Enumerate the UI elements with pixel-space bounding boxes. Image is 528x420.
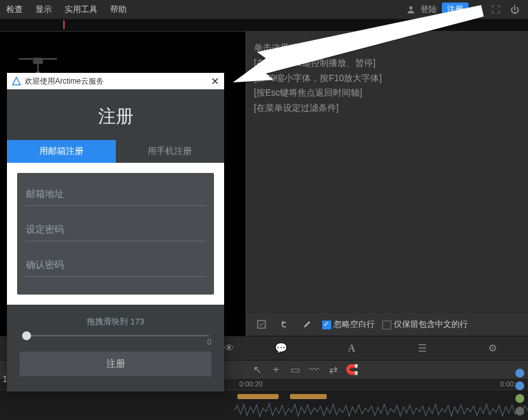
- confirm-password-field[interactable]: [25, 253, 206, 277]
- track-color-dots: [515, 369, 524, 416]
- subtitle-clip[interactable]: [290, 394, 327, 399]
- ignore-blank-checkbox[interactable]: 忽略空白行: [322, 319, 375, 330]
- tab-phone-register[interactable]: 用手机注册: [116, 140, 225, 163]
- maximize-icon[interactable]: ⛶: [489, 4, 503, 15]
- dialog-titlebar[interactable]: 欢迎使用Arctime云服务 ✕: [7, 73, 224, 89]
- add-tool-icon[interactable]: ＋: [268, 363, 284, 377]
- dialog-close-icon[interactable]: ✕: [211, 75, 219, 87]
- swap-tool-icon[interactable]: ⇄: [325, 363, 341, 377]
- dialog-header: 注册: [7, 89, 224, 140]
- svg-rect-6: [258, 321, 265, 328]
- submit-register-button[interactable]: 注册: [20, 352, 211, 376]
- minimize-icon[interactable]: −: [474, 4, 484, 15]
- track-dot[interactable]: [515, 394, 524, 403]
- visibility-icon[interactable]: 👁: [224, 343, 234, 354]
- track-dot[interactable]: [515, 407, 524, 416]
- time-marker: 0:00:20: [239, 380, 263, 388]
- chinese-only-checkbox[interactable]: 仅保留包含中文的行: [382, 319, 468, 330]
- undo-icon[interactable]: [277, 317, 292, 332]
- dialog-title-text: 欢迎使用Arctime云服务: [25, 76, 104, 87]
- edit-icon[interactable]: [299, 317, 315, 332]
- subtitle-clip[interactable]: [237, 394, 279, 399]
- cursor-tool-icon[interactable]: ↖: [249, 363, 265, 377]
- register-button[interactable]: 注册: [442, 3, 468, 16]
- captcha-slider[interactable]: 0: [22, 335, 209, 336]
- track-dot[interactable]: [515, 381, 524, 390]
- subtitle-editor[interactable]: 单击这里编辑字幕稿 [在这里按F1键控制播放、暂停] [按F9缩小字体，按F10…: [246, 32, 528, 313]
- chat-tab-icon[interactable]: 💬: [246, 342, 317, 354]
- menu-tools[interactable]: 实用工具: [65, 4, 97, 15]
- slider-label: 拖拽滑块到 173: [20, 316, 211, 328]
- register-dialog: 欢迎使用Arctime云服务 ✕ 注册 用邮箱注册 用手机注册 拖拽滑块到 17…: [7, 73, 224, 391]
- menu-help[interactable]: 帮助: [110, 4, 127, 15]
- editor-line: [按F9缩小字体，按F10放大字体]: [254, 71, 520, 86]
- login-link[interactable]: 登陆: [420, 4, 437, 15]
- ruler-marker: [63, 20, 65, 29]
- svg-point-0: [409, 6, 412, 10]
- arctime-logo-icon: [12, 77, 21, 86]
- audio-waveform: [234, 402, 528, 419]
- tab-email-register[interactable]: 用邮箱注册: [7, 140, 116, 163]
- email-field[interactable]: [25, 182, 206, 206]
- editor-line: 单击这里编辑字幕稿: [254, 41, 520, 56]
- time-marker: 0:00:: [500, 380, 515, 388]
- settings-tab-icon[interactable]: ⚙: [458, 342, 529, 354]
- close-window-icon[interactable]: ⏻: [508, 4, 522, 15]
- user-icon: [406, 5, 415, 14]
- wave-tool-icon[interactable]: 〰: [306, 363, 322, 377]
- password-field[interactable]: [25, 217, 206, 241]
- menu-display[interactable]: 显示: [35, 4, 52, 15]
- menu-inspect[interactable]: 检查: [6, 4, 23, 15]
- slider-thumb[interactable]: [22, 331, 31, 340]
- font-tab-icon[interactable]: A: [317, 343, 387, 354]
- list-tab-icon[interactable]: ☰: [387, 342, 458, 354]
- svg-rect-3: [33, 58, 43, 64]
- slider-max: 0: [207, 338, 211, 347]
- top-ruler: [0, 19, 528, 32]
- editor-line: [按Esc键将焦点返回时间轴]: [254, 86, 520, 101]
- track-dot[interactable]: [515, 369, 524, 378]
- select-icon[interactable]: [254, 317, 269, 332]
- box-tool-icon[interactable]: ▭: [287, 363, 303, 377]
- magnet-tool-icon[interactable]: 🧲: [344, 363, 360, 377]
- editor-options-bar: 忽略空白行 仅保留包含中文的行: [246, 313, 528, 336]
- editor-line: [在这里按F1键控制播放、暂停]: [254, 56, 520, 71]
- editor-line: [在菜单设定过滤条件]: [254, 101, 520, 116]
- top-menu-bar: 检查 显示 实用工具 帮助 登陆 注册 − ⛶ ⏻: [0, 0, 528, 19]
